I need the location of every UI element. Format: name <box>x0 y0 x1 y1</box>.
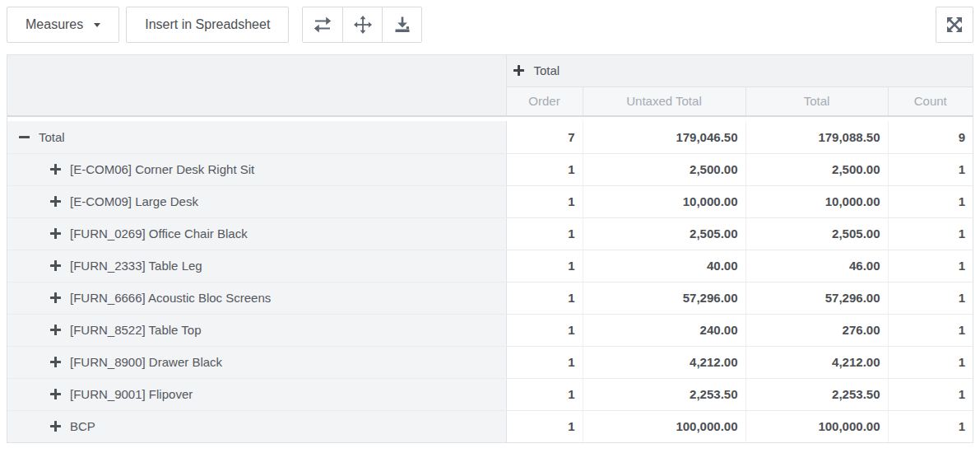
download-xlsx-icon <box>393 16 411 34</box>
row-label: [E-COM06] Corner Desk Right Sit <box>70 162 254 176</box>
row-label: [FURN_8522] Table Top <box>70 323 202 337</box>
value-cell: 1 <box>888 314 973 346</box>
row-label: [FURN_6666] Acoustic Bloc Screens <box>70 291 271 305</box>
pivot-row: [FURN_6666] Acoustic Bloc Screens157,296… <box>7 282 973 314</box>
value-cell: 2,505.00 <box>583 217 745 250</box>
row-header-cell[interactable]: [FURN_6666] Acoustic Bloc Screens <box>7 282 506 314</box>
pivot-row: [E-COM06] Corner Desk Right Sit12,500.00… <box>7 153 973 185</box>
expand-all-button[interactable] <box>342 7 382 42</box>
measures-button-label: Measures <box>26 17 83 32</box>
expand-row-icon[interactable] <box>50 164 61 175</box>
expand-row-icon[interactable] <box>50 292 61 303</box>
row-header-cell[interactable]: BCP <box>7 410 506 442</box>
value-cell: 1 <box>506 314 583 346</box>
caret-down-icon <box>94 23 100 27</box>
value-cell: 1 <box>888 217 973 250</box>
value-cell: 57,296.00 <box>745 282 888 314</box>
value-cell: 1 <box>888 185 973 217</box>
value-cell: 1 <box>506 185 583 217</box>
value-cell: 1 <box>888 153 973 185</box>
insert-in-spreadsheet-button[interactable]: Insert in Spreadsheet <box>126 7 289 43</box>
value-cell: 179,046.50 <box>583 121 745 153</box>
expand-column-icon[interactable] <box>513 65 524 76</box>
row-header-cell[interactable]: [FURN_9001] Flipover <box>7 378 506 410</box>
value-cell: 240.00 <box>583 314 745 346</box>
value-cell: 1 <box>506 250 583 282</box>
value-cell: 1 <box>506 153 583 185</box>
value-cell: 1 <box>888 250 973 282</box>
value-cell: 100,000.00 <box>745 410 888 442</box>
value-cell: 7 <box>506 121 583 153</box>
row-header-cell[interactable]: [FURN_8522] Table Top <box>7 314 506 346</box>
measure-column-header[interactable]: Total <box>745 86 888 116</box>
collapse-row-icon[interactable] <box>19 132 30 142</box>
measure-column-header[interactable]: Untaxed Total <box>583 86 745 116</box>
value-cell: 46.00 <box>745 250 888 282</box>
value-cell: 9 <box>888 121 973 153</box>
value-cell: 2,505.00 <box>745 217 888 250</box>
value-cell: 2,500.00 <box>583 153 745 185</box>
row-label: Total <box>39 130 65 144</box>
row-header-cell[interactable]: [E-COM09] Large Desk <box>7 185 506 217</box>
value-cell: 2,253.50 <box>745 378 888 410</box>
value-cell: 100,000.00 <box>583 410 745 442</box>
value-cell: 1 <box>888 410 973 442</box>
pivot-row: Total7179,046.50179,088.509 <box>7 121 973 153</box>
expand-row-icon[interactable] <box>50 196 61 207</box>
value-cell: 1 <box>888 378 973 410</box>
pivot-table: Total OrderUntaxed TotalTotalCount Total… <box>7 54 973 443</box>
expand-all-arrows-icon <box>354 16 372 34</box>
fullscreen-button[interactable] <box>936 7 973 43</box>
value-cell: 1 <box>506 346 583 378</box>
value-cell: 40.00 <box>583 250 745 282</box>
pivot-action-button-group <box>302 7 422 43</box>
pivot-body: Total7179,046.50179,088.509[E-COM06] Cor… <box>7 116 973 442</box>
measures-button[interactable]: Measures <box>7 7 119 43</box>
expand-row-icon[interactable] <box>50 325 61 335</box>
row-header-cell[interactable]: [FURN_8900] Drawer Black <box>7 346 506 378</box>
pivot-row: [FURN_2333] Table Leg140.0046.001 <box>7 250 973 282</box>
pivot-row: [FURN_8900] Drawer Black14,212.004,212.0… <box>7 346 973 378</box>
pivot-row: [E-COM09] Large Desk110,000.0010,000.001 <box>7 185 973 217</box>
row-label: [FURN_0269] Office Chair Black <box>70 226 248 241</box>
value-cell: 1 <box>506 217 583 250</box>
row-header-cell[interactable]: Total <box>7 121 506 153</box>
value-cell: 276.00 <box>745 314 888 346</box>
column-group-label: Total <box>534 63 560 77</box>
expand-row-icon[interactable] <box>50 228 61 239</box>
measure-column-header[interactable]: Order <box>506 86 583 116</box>
pivot-row: BCP1100,000.00100,000.001 <box>7 410 973 442</box>
expand-row-icon[interactable] <box>50 260 61 271</box>
value-cell: 1 <box>506 410 583 442</box>
measure-column-header[interactable]: Count <box>888 86 973 116</box>
pivot-row: [FURN_8522] Table Top1240.00276.001 <box>7 314 973 346</box>
expand-row-icon[interactable] <box>50 421 61 432</box>
expand-row-icon[interactable] <box>50 389 61 399</box>
value-cell: 1 <box>506 282 583 314</box>
row-label: [FURN_8900] Drawer Black <box>70 355 222 369</box>
value-cell: 10,000.00 <box>745 185 888 217</box>
value-cell: 4,212.00 <box>583 346 745 378</box>
row-label: BCP <box>70 419 95 433</box>
fullscreen-expand-icon <box>945 16 964 34</box>
download-xlsx-button[interactable] <box>382 7 421 42</box>
row-label: [E-COM09] Large Desk <box>70 194 198 208</box>
column-group-row: Total <box>7 55 973 86</box>
value-cell: 57,296.00 <box>583 282 745 314</box>
value-cell: 10,000.00 <box>583 185 745 217</box>
row-header-cell[interactable]: [FURN_2333] Table Leg <box>7 250 506 282</box>
expand-row-icon[interactable] <box>50 357 61 367</box>
row-label: [FURN_9001] Flipover <box>70 387 193 401</box>
flip-axis-button[interactable] <box>303 7 342 42</box>
insert-in-spreadsheet-label: Insert in Spreadsheet <box>145 17 270 32</box>
row-header-cell[interactable]: [E-COM06] Corner Desk Right Sit <box>7 153 506 185</box>
pivot-row: [FURN_9001] Flipover12,253.502,253.501 <box>7 378 973 410</box>
pivot-row: [FURN_0269] Office Chair Black12,505.002… <box>7 217 973 250</box>
row-header-cell[interactable]: [FURN_0269] Office Chair Black <box>7 217 506 250</box>
column-group-header-cell[interactable]: Total <box>506 55 973 86</box>
value-cell: 1 <box>888 282 973 314</box>
row-label: [FURN_2333] Table Leg <box>70 259 202 273</box>
flip-axis-arrows-icon <box>314 16 332 34</box>
value-cell: 1 <box>888 346 973 378</box>
value-cell: 179,088.50 <box>745 121 888 153</box>
